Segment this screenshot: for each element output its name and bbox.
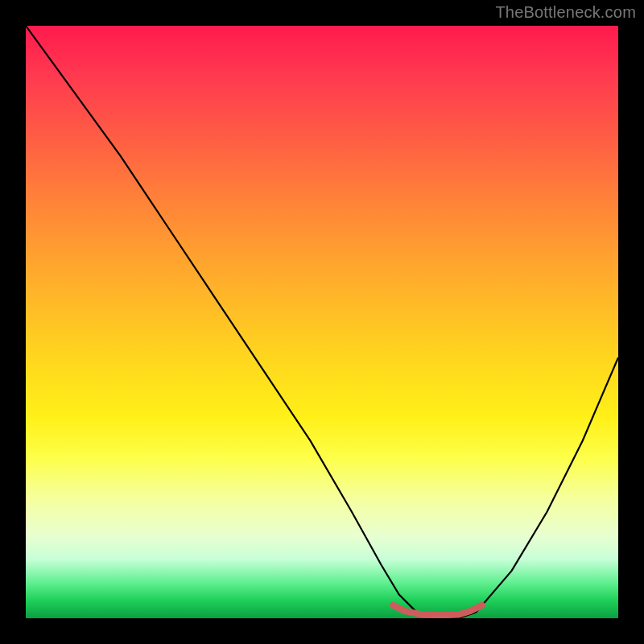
optimal-range-marker-path (393, 605, 481, 616)
plot-area (26, 26, 618, 618)
bottleneck-curve-path (26, 26, 618, 618)
chart-frame: TheBottleneck.com (0, 0, 644, 644)
chart-svg (26, 26, 618, 618)
watermark-text: TheBottleneck.com (495, 3, 636, 22)
